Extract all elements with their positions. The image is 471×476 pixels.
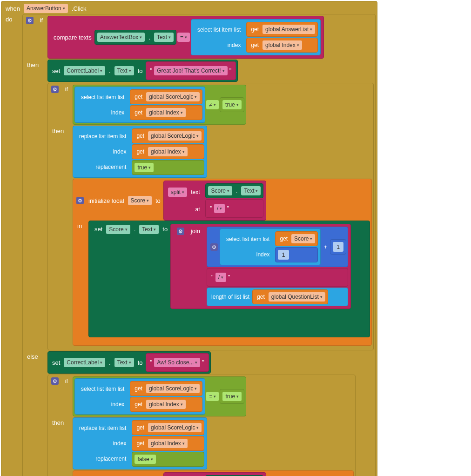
one-block[interactable]: 1	[330, 239, 346, 255]
split-block[interactable]: splittext at Score .	[163, 181, 267, 221]
inner-if-then[interactable]: if select list item list	[47, 83, 374, 350]
score-comp-dd[interactable]: Score	[106, 225, 130, 234]
scorelogic-dd[interactable]: global ScoreLogic	[148, 131, 202, 141]
num-1b[interactable]: 1	[333, 242, 343, 252]
sli-list-label: select list item list	[223, 234, 272, 244]
math-add[interactable]: select list item list index	[207, 227, 348, 267]
gear-icon[interactable]	[51, 86, 59, 93]
event-suffix: .Click	[69, 3, 89, 14]
text-literal-2[interactable]: Aw! So close...	[146, 353, 209, 372]
get-index-2[interactable]: get global Index	[130, 105, 202, 120]
get-answerlist[interactable]: get global AnswerList	[246, 22, 318, 37]
select-list-item[interactable]: select list item list index get global A…	[191, 19, 321, 55]
answerlist-dd[interactable]: global AnswerList	[262, 25, 315, 34]
index-dd[interactable]: global Index	[148, 147, 188, 156]
slash-text[interactable]: /	[214, 204, 225, 213]
split-dd[interactable]: split	[168, 188, 187, 197]
compare-texts-block[interactable]: compare texts AnswerTextBox . Text =	[47, 16, 324, 59]
get-index-5[interactable]: get global Index	[132, 436, 204, 451]
scorelogic-dd[interactable]: global ScoreLogic	[148, 423, 202, 432]
scorelogic-dd[interactable]: global ScoreLogic	[146, 92, 200, 101]
true-block[interactable]: true	[220, 97, 244, 112]
slash-literal[interactable]: /	[205, 199, 263, 218]
true-dd[interactable]: true	[222, 100, 242, 109]
score-prop-dd[interactable]: Text	[241, 186, 261, 195]
init-local-score-2[interactable]: initialize local Score to splittext	[73, 470, 354, 476]
gear-icon[interactable]	[26, 17, 34, 24]
scorelogic-dd[interactable]: global ScoreLogic	[146, 384, 200, 393]
gear-icon[interactable]	[76, 197, 84, 204]
answertext-comp-dd[interactable]: AnswerTextBox	[97, 33, 145, 42]
index-dd[interactable]: global Index	[146, 400, 186, 409]
correctlabel-dd[interactable]: CorrectLabel	[64, 66, 105, 75]
false-block[interactable]: false	[132, 452, 204, 467]
split-block-2[interactable]: splittext at Score .	[163, 472, 267, 476]
index-dd[interactable]: global Index	[146, 108, 186, 117]
event-component-dd[interactable]: AnswerButton	[24, 4, 68, 13]
get-index-4[interactable]: get global Index	[130, 397, 202, 412]
num-1[interactable]: 1	[278, 250, 289, 260]
logic-compare[interactable]: select list item list index get global S	[73, 85, 246, 125]
text-dd[interactable]: Text	[114, 66, 134, 75]
join-block[interactable]: join	[170, 224, 351, 309]
compare-label: compare texts	[51, 32, 94, 43]
get-index-3[interactable]: get global Index	[132, 144, 204, 159]
rli-index-label: index	[76, 438, 129, 449]
get-score-local[interactable]: get Score	[275, 231, 318, 246]
get-scorelogic-4[interactable]: get global ScoreLogic	[132, 420, 204, 435]
sli-index-label: index	[78, 107, 127, 118]
get-scorelogic[interactable]: get global ScoreLogic	[130, 89, 202, 104]
event-block[interactable]: when AnswerButton .Click do if compare t…	[1, 1, 377, 476]
to-label: to	[135, 357, 146, 368]
correctlabel-dd[interactable]: CorrectLabel	[64, 358, 105, 367]
score-local-dd[interactable]: Score	[291, 234, 315, 243]
answertext-getter[interactable]: AnswerTextBox . Text	[94, 30, 176, 45]
idx1-block[interactable]: 1	[275, 247, 318, 262]
get-index[interactable]: get global Index	[246, 38, 318, 53]
logic-compare-2[interactable]: select list item list index get global S	[73, 376, 246, 416]
dot: .	[131, 224, 139, 235]
select-list-item-2[interactable]: select list item list index get global S	[74, 87, 205, 123]
init-local-score[interactable]: initialize local Score to spl	[73, 179, 372, 346]
get-scorelogic-2[interactable]: get global ScoreLogic	[132, 128, 204, 143]
select-list-item-3[interactable]: select list item list index	[220, 228, 321, 265]
gear-icon[interactable]	[210, 243, 218, 251]
slash-text[interactable]: /	[215, 273, 226, 282]
score-var-dd[interactable]: Score	[128, 196, 152, 205]
index-dd[interactable]: global Index	[262, 40, 302, 50]
index-dd[interactable]: global Index	[148, 439, 188, 448]
text-dd[interactable]: Text	[114, 358, 134, 367]
slash-literal-2[interactable]: /	[207, 268, 348, 287]
get-label: get	[132, 383, 145, 394]
score-text-getter[interactable]: Score . Text	[205, 183, 263, 198]
in-label: in	[74, 221, 88, 231]
inner-if-else[interactable]: if select list item list	[47, 375, 356, 476]
true-dd[interactable]: true	[135, 163, 154, 172]
eq-dd-2[interactable]: =	[206, 392, 219, 401]
text-literal[interactable]: Great Job! That's Correct!	[146, 61, 236, 80]
answertext-prop-dd[interactable]: Text	[154, 33, 174, 42]
set-score-text[interactable]: set Score . Text to	[88, 221, 370, 337]
set-correctlabel[interactable]: set CorrectLabel . Text to Great Job! Th…	[47, 60, 238, 82]
questionlist-dd[interactable]: global QuestionList	[269, 292, 325, 302]
get-scorelogic-3[interactable]: get global ScoreLogic	[130, 381, 202, 396]
gear-icon[interactable]	[177, 228, 184, 235]
eq-dd[interactable]: =	[177, 33, 190, 42]
neq-dd[interactable]: ≠	[206, 100, 219, 109]
select-list-item-4[interactable]: select list item list index get global S	[74, 378, 205, 415]
true-block-3[interactable]: true	[220, 389, 244, 404]
if-block-main[interactable]: if compare texts AnswerTextBox . Text	[22, 14, 376, 476]
score-prop-dd[interactable]: Text	[139, 225, 159, 234]
wrong-msg[interactable]: Aw! So close...	[154, 358, 200, 367]
correct-msg[interactable]: Great Job! That's Correct!	[154, 66, 227, 75]
true-dd[interactable]: true	[222, 392, 242, 401]
score-comp-dd[interactable]: Score	[208, 186, 232, 195]
false-dd[interactable]: false	[135, 455, 155, 464]
length-of-list[interactable]: length of list list get global QuestionL…	[207, 288, 348, 306]
replace-list-item-2[interactable]: replace list item list index replacement…	[73, 417, 207, 469]
replace-list-item[interactable]: replace list item list index replacement…	[73, 126, 207, 178]
set-correctlabel-else[interactable]: set CorrectLabel . Text to Aw! So close.…	[47, 351, 211, 374]
get-questionlist[interactable]: get global QuestionList	[252, 289, 328, 304]
true-block-2[interactable]: true	[132, 160, 204, 175]
gear-icon[interactable]	[51, 377, 59, 385]
